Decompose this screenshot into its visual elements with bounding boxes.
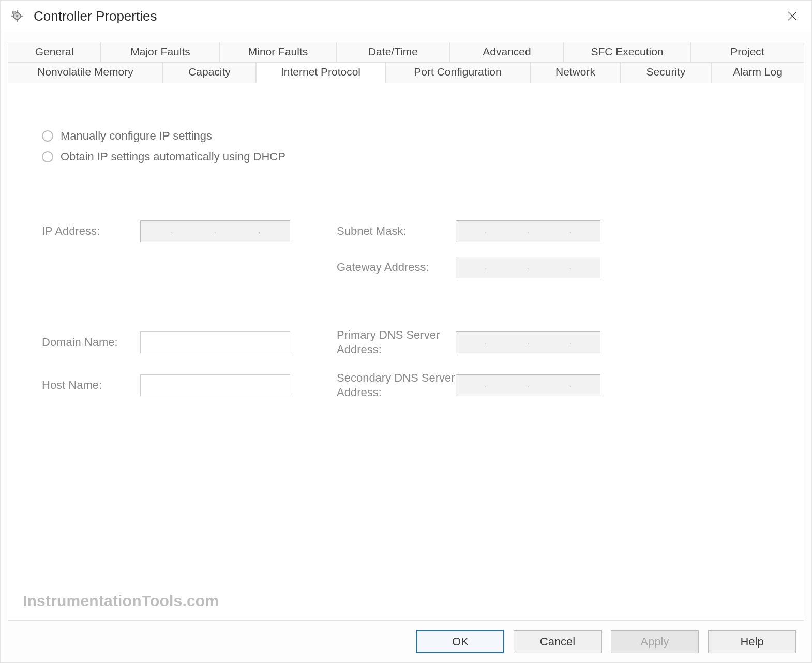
tab-project[interactable]: Project xyxy=(690,42,804,63)
label-ip-address: IP Address: xyxy=(42,224,140,238)
input-host-name[interactable] xyxy=(140,374,290,396)
controller-properties-dialog: Controller Properties General Major Faul… xyxy=(0,0,812,663)
window-title: Controller Properties xyxy=(34,8,779,24)
radio-dhcp-label: Obtain IP settings automatically using D… xyxy=(61,150,285,163)
help-button[interactable]: Help xyxy=(708,630,796,653)
label-domain-name: Domain Name: xyxy=(42,336,140,349)
label-subnet-mask: Subnet Mask: xyxy=(337,224,456,238)
controller-icon xyxy=(10,9,24,23)
tab-major-faults[interactable]: Major Faults xyxy=(101,42,220,63)
label-host-name: Host Name: xyxy=(42,379,140,392)
close-icon xyxy=(786,10,799,22)
input-subnet-mask[interactable]: ... xyxy=(456,220,600,242)
input-gateway[interactable]: ... xyxy=(456,257,600,278)
radio-dhcp[interactable]: Obtain IP settings automatically using D… xyxy=(42,150,773,163)
tab-internet-protocol[interactable]: Internet Protocol xyxy=(256,62,385,83)
title-bar: Controller Properties xyxy=(1,1,811,32)
label-secondary-dns: Secondary DNS Server Address: xyxy=(337,371,456,399)
close-button[interactable] xyxy=(779,3,805,29)
tab-nonvolatile-memory[interactable]: Nonvolatile Memory xyxy=(8,62,163,83)
tab-capacity[interactable]: Capacity xyxy=(163,62,256,83)
ip-settings-grid: IP Address: ... Subnet Mask: ... Gateway… xyxy=(42,220,773,399)
svg-rect-3 xyxy=(17,20,18,22)
svg-rect-5 xyxy=(21,16,23,17)
radio-manual-ip[interactable]: Manually configure IP settings xyxy=(42,129,773,143)
tab-security[interactable]: Security xyxy=(621,62,711,83)
input-domain-name[interactable] xyxy=(140,331,290,353)
dialog-button-bar: OK Cancel Apply Help xyxy=(5,621,807,662)
ok-button[interactable]: OK xyxy=(416,630,504,653)
tab-sfc-execution[interactable]: SFC Execution xyxy=(564,42,690,63)
svg-rect-4 xyxy=(11,16,13,17)
tab-general[interactable]: General xyxy=(8,42,101,63)
svg-rect-2 xyxy=(17,10,18,12)
radio-manual-ip-label: Manually configure IP settings xyxy=(61,129,212,143)
tab-control: General Major Faults Minor Faults Date/T… xyxy=(8,42,804,83)
dialog-body: General Major Faults Minor Faults Date/T… xyxy=(1,32,811,662)
cancel-button[interactable]: Cancel xyxy=(514,630,602,653)
label-primary-dns: Primary DNS Server Address: xyxy=(337,328,456,356)
watermark-text: InstrumentationTools.com xyxy=(23,592,219,610)
svg-point-1 xyxy=(16,15,18,17)
radio-icon xyxy=(42,130,53,142)
tab-minor-faults[interactable]: Minor Faults xyxy=(220,42,336,63)
tab-advanced[interactable]: Advanced xyxy=(450,42,564,63)
radio-icon xyxy=(42,151,53,162)
input-secondary-dns[interactable]: ... xyxy=(456,374,600,396)
apply-button[interactable]: Apply xyxy=(611,630,699,653)
input-ip-address[interactable]: ... xyxy=(140,220,290,242)
tab-alarm-log[interactable]: Alarm Log xyxy=(711,62,804,83)
input-primary-dns[interactable]: ... xyxy=(456,331,600,353)
internet-protocol-panel: Manually configure IP settings Obtain IP… xyxy=(8,83,804,621)
tab-port-configuration[interactable]: Port Configuration xyxy=(385,62,530,83)
tab-network[interactable]: Network xyxy=(530,62,621,83)
label-gateway: Gateway Address: xyxy=(337,261,456,274)
svg-point-6 xyxy=(12,11,16,14)
tab-date-time[interactable]: Date/Time xyxy=(336,42,450,63)
